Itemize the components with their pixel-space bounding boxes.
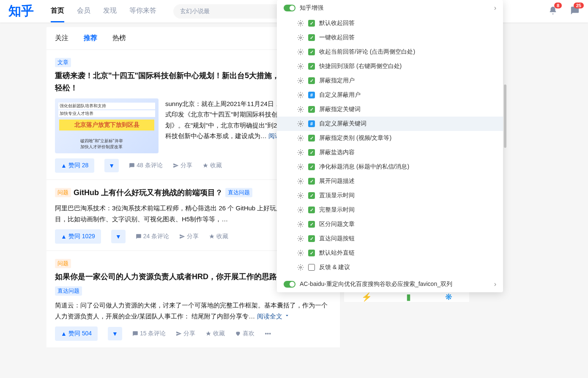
nav-tab-discover[interactable]: 发现 (103, 0, 117, 22)
svg-point-3 (300, 51, 301, 53)
tag-direct[interactable]: 直达问题 (55, 286, 82, 296)
downvote-button[interactable]: ▼ (111, 230, 126, 243)
upvote-button[interactable]: ▲ 赞同 504 (55, 326, 98, 341)
tab-hot[interactable]: 热榜 (112, 34, 126, 43)
gear-icon[interactable] (297, 77, 304, 84)
favorite-button[interactable]: 收藏 (205, 330, 225, 337)
checkbox-checked-icon[interactable]: ✓ (308, 149, 315, 156)
ext-option[interactable]: ✓展开问题描述 (277, 174, 503, 188)
ext-option[interactable]: ✓快捷回到顶部 (右键两侧空白处) (277, 59, 503, 73)
ext-option[interactable]: #自定义屏蔽关键词 (277, 117, 503, 131)
logo[interactable]: 知乎 (8, 3, 34, 20)
checkbox-checked-icon[interactable]: ✓ (308, 192, 315, 199)
pinwheel-icon[interactable]: ❋ (445, 292, 452, 302)
notification-badge: 8 (554, 3, 562, 8)
gear-icon[interactable] (297, 235, 304, 242)
gear-icon[interactable] (297, 221, 304, 228)
read-more-link[interactable]: 阅读全文 (257, 313, 290, 320)
ext-option[interactable]: ✓直达问题按钮 (277, 231, 503, 246)
gear-icon[interactable] (297, 264, 304, 271)
favorite-button[interactable]: 收藏 (209, 233, 228, 240)
hash-icon[interactable]: # (308, 120, 315, 127)
ext-option[interactable]: ✓默认站外直链 (277, 246, 503, 260)
ext-option[interactable]: ✓屏蔽指定关键词 (277, 102, 503, 117)
toggle-switch[interactable] (284, 281, 295, 288)
gear-icon[interactable] (297, 120, 304, 127)
share-button[interactable]: 分享 (173, 162, 192, 169)
ext-group-acbaidu[interactable]: AC-baidu-重定向优化百度搜狗谷歌必应搜索_favicon_双列 › (277, 276, 503, 292)
nav-tab-vip[interactable]: 会员 (77, 0, 90, 22)
message-icon-wrap[interactable]: 25 (570, 6, 580, 17)
more-button[interactable]: ••• (265, 330, 271, 337)
hash-icon[interactable]: # (308, 92, 315, 98)
card-title[interactable]: 如果你是一家公司的人力资源负责人或者HRD，你开展工作的思路是怎样的？ (55, 271, 315, 283)
ext-option[interactable]: ✓屏蔽盐选内容 (277, 145, 503, 160)
nav-tab-answer[interactable]: 等你来答 (129, 0, 156, 22)
checkbox-checked-icon[interactable]: ✓ (308, 49, 315, 55)
tab-follow[interactable]: 关注 (55, 34, 68, 43)
gear-icon[interactable] (297, 178, 304, 185)
toggle-switch[interactable] (284, 5, 295, 11)
book-icon[interactable]: ▮ (406, 292, 411, 302)
gear-icon[interactable] (297, 20, 304, 27)
downvote-button[interactable]: ▼ (108, 327, 122, 340)
gear-icon[interactable] (297, 34, 304, 41)
like-button[interactable]: 喜欢 (235, 330, 254, 337)
card-title[interactable]: GitHub 上有什么好玩又有挑战的前端项目？ (74, 187, 223, 199)
ext-option[interactable]: ✓置顶显示时间 (277, 188, 503, 203)
comments-button[interactable]: 24 条评论 (136, 233, 169, 240)
tag-question: 问题 (55, 259, 71, 268)
checkbox-checked-icon[interactable]: ✓ (308, 20, 315, 27)
downvote-button[interactable]: ▼ (104, 159, 119, 172)
checkbox-checked-icon[interactable]: ✓ (308, 250, 315, 256)
gear-icon[interactable] (297, 149, 304, 156)
gear-icon[interactable] (297, 192, 304, 199)
ext-option-label: 屏蔽指定关键词 (319, 106, 361, 113)
share-button[interactable]: 分享 (176, 330, 195, 337)
checkbox-checked-icon[interactable]: ✓ (308, 77, 315, 84)
ext-option[interactable]: #自定义屏蔽用户 (277, 88, 503, 102)
ext-option[interactable]: ✓屏蔽指定用户 (277, 73, 503, 88)
ext-option[interactable]: ✓完整显示时间 (277, 203, 503, 217)
ext-option[interactable]: ✓一键收起回答 (277, 30, 503, 45)
comments-button[interactable]: 48 条评论 (129, 162, 162, 169)
ext-option[interactable]: ✓区分问题文章 (277, 217, 503, 231)
scrollbar[interactable] (504, 84, 506, 148)
ext-option[interactable]: ✓收起当前回答/评论 (点击两侧空白处) (277, 45, 503, 59)
checkbox-checked-icon[interactable]: ✓ (308, 63, 315, 70)
checkbox-checked-icon[interactable]: ✓ (308, 178, 315, 185)
ext-option[interactable]: 反馈 & 建议 (277, 260, 503, 275)
checkbox-checked-icon[interactable]: ✓ (308, 235, 315, 242)
ext-option[interactable]: ✓屏蔽指定类别 (视频/文章等) (277, 131, 503, 145)
checkbox-checked-icon[interactable]: ✓ (308, 135, 315, 141)
card-thumbnail[interactable]: 强化创新团队培养和支持 加快专业人才培养 北京落户放宽下放到区县 破四唯"和"立… (55, 98, 159, 153)
checkbox-checked-icon[interactable]: ✓ (308, 34, 315, 41)
gear-icon[interactable] (297, 250, 304, 256)
bolt-icon[interactable]: ⚡ (361, 292, 372, 302)
comment-icon (132, 331, 138, 337)
ext-option[interactable]: ✓默认收起回答 (277, 16, 503, 30)
ext-option[interactable]: ✓净化标题消息 (标题中的私信/消息) (277, 160, 503, 174)
notification-bell[interactable]: 8 (548, 6, 558, 17)
ext-group-zhihu[interactable]: 知乎增强 › (277, 0, 503, 16)
checkbox-checked-icon[interactable]: ✓ (308, 106, 315, 113)
feedback-icon[interactable] (308, 264, 315, 271)
gear-icon[interactable] (297, 163, 304, 170)
nav-tab-home[interactable]: 首页 (51, 0, 64, 22)
gear-icon[interactable] (297, 63, 304, 70)
checkbox-checked-icon[interactable]: ✓ (308, 163, 315, 170)
checkbox-checked-icon[interactable]: ✓ (308, 221, 315, 228)
checkbox-checked-icon[interactable]: ✓ (308, 207, 315, 213)
comments-button[interactable]: 15 条评论 (132, 330, 166, 337)
favorite-button[interactable]: 收藏 (202, 162, 222, 169)
tab-recommend[interactable]: 推荐 (84, 34, 97, 43)
gear-icon[interactable] (297, 135, 304, 141)
tag-direct[interactable]: 直达问题 (225, 188, 252, 197)
gear-icon[interactable] (297, 106, 304, 113)
upvote-button[interactable]: ▲ 赞同 28 (55, 158, 94, 173)
share-button[interactable]: 分享 (179, 233, 199, 240)
upvote-button[interactable]: ▲ 赞同 1029 (55, 229, 101, 244)
gear-icon[interactable] (297, 207, 304, 213)
gear-icon[interactable] (297, 49, 304, 55)
gear-icon[interactable] (297, 92, 304, 98)
